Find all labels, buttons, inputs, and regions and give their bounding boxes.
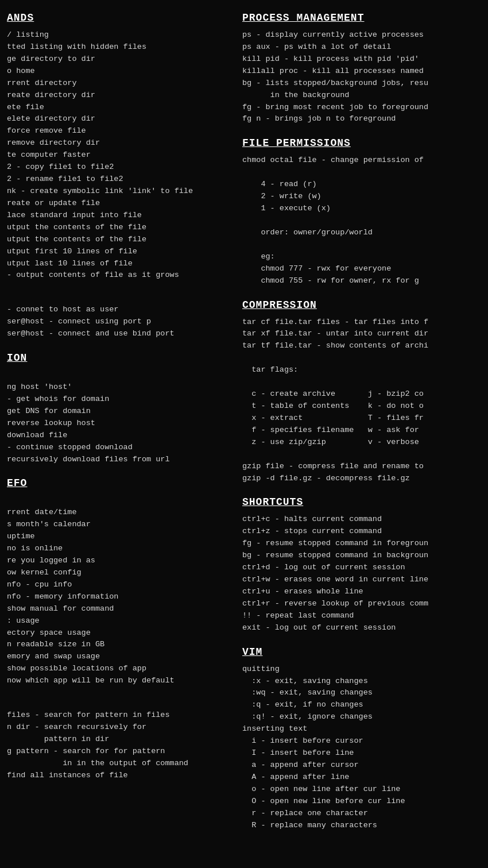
right-column: PROCESS MANAGEMENT ps - display currentl… [235, 6, 488, 847]
section-content-ion: ng host 'host' - get whois for domain ge… [7, 369, 228, 465]
section-content-efo: rrent date/time s month's calendar uptim… [7, 495, 228, 687]
section-title-shortcuts: SHORTCUTS [242, 495, 481, 510]
section-search: files - search for pattern in files n di… [7, 697, 228, 781]
section-content-vim: quitting :x - exit, saving changes :wq -… [242, 663, 481, 832]
section-content-compression: tar cf file.tar files - tar files into f… [242, 317, 481, 485]
left-column: ANDS / listing tted listing with hidden … [0, 6, 235, 847]
section-content-shortcuts: ctrl+c - halts current command ctrl+z - … [242, 514, 481, 634]
section-process-management: PROCESS MANAGEMENT ps - display currentl… [242, 10, 481, 125]
section-vim: VIM quitting :x - exit, saving changes :… [242, 645, 481, 832]
section-shortcuts: SHORTCUTS ctrl+c - halts current command… [242, 495, 481, 634]
section-content-ssh: - connet to host as user ser@host - conn… [7, 292, 228, 340]
section-title-process-management: PROCESS MANAGEMENT [242, 10, 481, 26]
section-title-file-permissions: FILE PERMISSIONS [242, 136, 481, 151]
section-ssh: - connet to host as user ser@host - conn… [7, 292, 228, 340]
section-title-commands: ANDS [7, 10, 228, 26]
section-efo: EFO rrent date/time s month's calendar u… [7, 476, 228, 687]
section-title-vim: VIM [242, 645, 481, 660]
section-compression: COMPRESSION tar cf file.tar files - tar … [242, 298, 481, 485]
section-title-efo: EFO [7, 476, 228, 491]
section-commands: ANDS / listing tted listing with hidden … [7, 10, 228, 281]
section-content-file-permissions: chmod octal file - change permission of … [242, 155, 481, 287]
section-content-commands: / listing tted listing with hidden files… [7, 29, 228, 281]
page-container: ANDS / listing tted listing with hidden … [0, 0, 488, 852]
section-ion: ION ng host 'host' - get whois for domai… [7, 350, 228, 465]
section-content-search: files - search for pattern in files n di… [7, 697, 228, 781]
section-title-ion: ION [7, 350, 228, 366]
section-content-process-management: ps - display currently active processes … [242, 29, 481, 125]
section-file-permissions: FILE PERMISSIONS chmod octal file - chan… [242, 136, 481, 287]
section-title-compression: COMPRESSION [242, 298, 481, 313]
